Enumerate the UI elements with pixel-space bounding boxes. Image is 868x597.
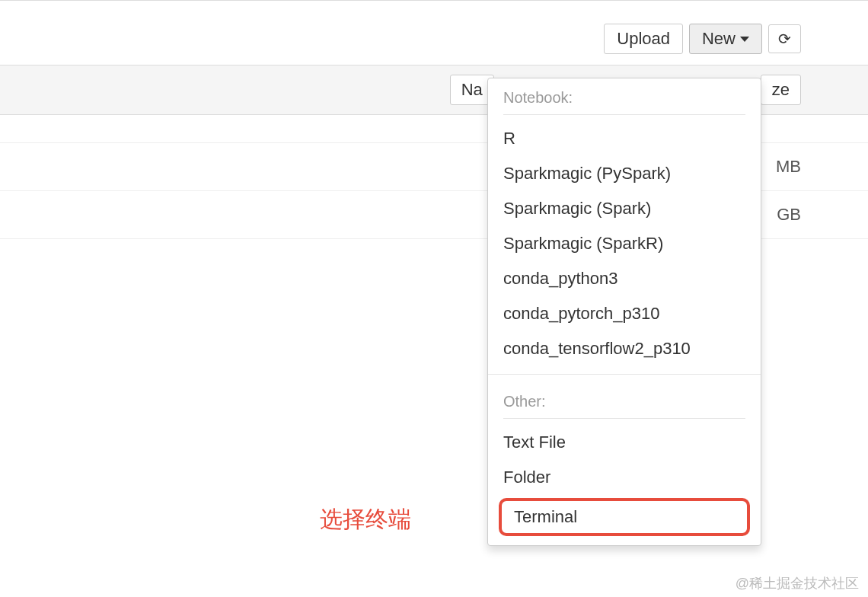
watermark: @稀土掘金技术社区 <box>736 574 859 592</box>
refresh-icon: ⟳ <box>778 31 791 46</box>
refresh-button[interactable]: ⟳ <box>768 24 801 53</box>
size-sort-button[interactable]: ze <box>761 75 801 105</box>
kernel-item-conda-pytorch-p310[interactable]: conda_pytorch_p310 <box>488 296 761 331</box>
divider <box>503 418 745 419</box>
other-item-text-file[interactable]: Text File <box>488 425 761 460</box>
kernel-item-sparkmagic-pyspark[interactable]: Sparkmagic (PySpark) <box>488 156 761 191</box>
other-item-terminal[interactable]: Terminal <box>499 498 750 536</box>
kernel-item-conda-python3[interactable]: conda_python3 <box>488 261 761 296</box>
new-dropdown-menu: Notebook: R Sparkmagic (PySpark) Sparkma… <box>487 78 761 546</box>
upload-button[interactable]: Upload <box>604 24 683 54</box>
dropdown-header-notebook: Notebook: <box>488 78 761 111</box>
divider <box>503 114 745 115</box>
dropdown-header-other: Other: <box>488 382 761 415</box>
divider <box>488 374 761 375</box>
kernel-item-r[interactable]: R <box>488 121 761 156</box>
kernel-item-sparkmagic-sparkr[interactable]: Sparkmagic (SparkR) <box>488 226 761 261</box>
new-button-label: New <box>702 29 736 49</box>
annotation-label: 选择终端 <box>320 504 411 535</box>
chevron-down-icon <box>740 37 749 42</box>
file-size: MB <box>776 157 801 177</box>
new-button[interactable]: New <box>689 24 762 54</box>
kernel-item-sparkmagic-spark[interactable]: Sparkmagic (Spark) <box>488 191 761 226</box>
file-size: GB <box>777 205 801 225</box>
toolbar: Upload New ⟳ <box>0 24 868 65</box>
other-item-folder[interactable]: Folder <box>488 460 761 495</box>
kernel-item-conda-tensorflow2-p310[interactable]: conda_tensorflow2_p310 <box>488 331 761 366</box>
